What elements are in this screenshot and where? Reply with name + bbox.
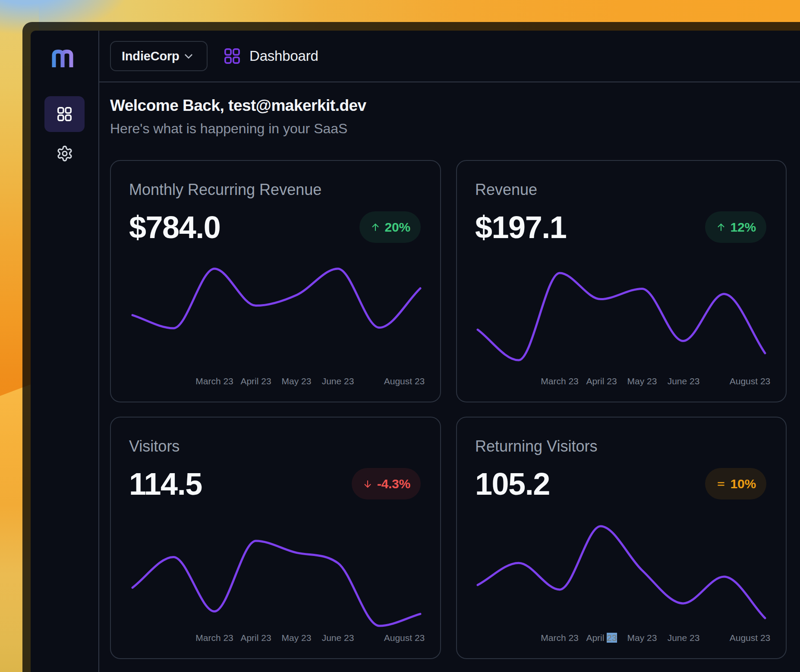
layout-grid-icon — [224, 48, 240, 64]
card-revenue: Revenue $197.1 12% March 23April 23May 2… — [456, 160, 787, 402]
card-monthly-recurring-revenue: Monthly Recurring Revenue $784.0 20% Mar… — [110, 160, 441, 402]
x-axis-tick: June 23 — [303, 631, 372, 644]
sidebar-item-dashboard[interactable] — [44, 96, 85, 132]
card-visitors: Visitors 114.5 -4.3% March 23April 23May… — [110, 417, 441, 659]
sidebar-item-settings[interactable] — [44, 135, 85, 171]
chevron-down-icon — [182, 50, 195, 63]
makerkit-logo — [52, 50, 73, 67]
page-title: Dashboard — [249, 48, 318, 64]
dashboard-content: Welcome Back, test@makerkit.dev Here's w… — [99, 82, 800, 659]
x-axis-tick: June 23 — [303, 375, 372, 388]
x-axis-tick: August 23 — [370, 375, 439, 388]
card-returning-visitors: Returning Visitors 105.2 10% March 23Apr… — [456, 417, 787, 659]
x-axis-tick: August 23 — [370, 631, 439, 644]
x-axis-tick: June 23 — [649, 631, 718, 644]
metric-grid: Monthly Recurring Revenue $784.0 20% Mar… — [110, 160, 800, 659]
sidebar-nav — [44, 96, 85, 171]
gear-icon — [56, 145, 73, 162]
line-chart-svg — [457, 418, 786, 658]
page-breadcrumb: Dashboard — [224, 48, 318, 64]
layout-grid-icon — [57, 107, 72, 121]
welcome-subtitle: Here's what is happening in your SaaS — [110, 120, 800, 137]
welcome-title: Welcome Back, test@makerkit.dev — [110, 95, 800, 116]
line-chart-svg — [457, 161, 786, 402]
x-axis-tick: August 23 — [715, 375, 784, 388]
app-window: IndieCorp Dashboard Welcome Back, test@m… — [22, 22, 800, 672]
topbar: IndieCorp Dashboard — [99, 31, 800, 82]
x-axis-tick: June 23 — [649, 375, 718, 388]
account-selector-label: IndieCorp — [122, 49, 180, 63]
main-area: IndieCorp Dashboard Welcome Back, test@m… — [99, 31, 800, 672]
app-surface: IndieCorp Dashboard Welcome Back, test@m… — [31, 31, 800, 672]
line-chart-svg — [111, 418, 440, 658]
x-axis-tick: August 23 — [715, 631, 784, 644]
account-selector[interactable]: IndieCorp — [110, 41, 208, 71]
line-chart-svg — [111, 161, 440, 402]
sidebar — [31, 31, 99, 672]
